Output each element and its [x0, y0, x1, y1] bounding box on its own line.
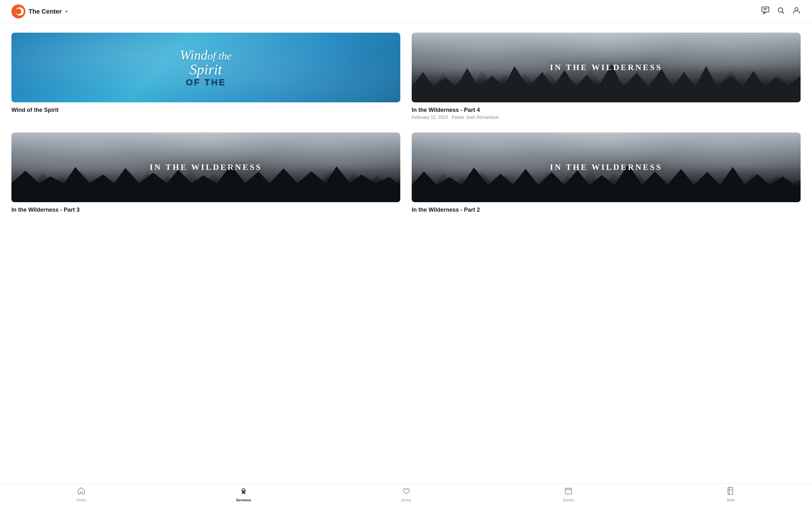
card-title-wilderness-2: In the Wilderness - Part 2: [412, 207, 801, 213]
account-icon[interactable]: [792, 6, 801, 16]
card-wilderness-2[interactable]: IN THE WILDERNESS In the Wilderness - Pa…: [412, 132, 801, 215]
nav-item-bible[interactable]: Bible: [721, 487, 740, 502]
card-thumbnail-wilderness-4: IN THE WILDERNESS: [412, 33, 801, 102]
cards-grid: Windof the Spirit OF THE Wind of the Spi…: [11, 33, 801, 215]
wind-thumbnail-text: Windof the Spirit OF THE: [180, 47, 232, 88]
nav-label-events: Events: [563, 498, 574, 502]
card-wilderness-4[interactable]: IN THE WILDERNESS In the Wilderness - Pa…: [412, 33, 801, 120]
giving-icon: [402, 487, 410, 497]
search-icon[interactable]: [777, 7, 785, 16]
events-icon: [564, 487, 572, 497]
nav-item-sermons[interactable]: Sermons: [234, 487, 253, 502]
header-left: The Center ▾: [11, 4, 67, 18]
card-thumbnail-wind: Windof the Spirit OF THE: [11, 33, 400, 102]
chat-icon[interactable]: [761, 6, 769, 16]
svg-point-2: [15, 9, 21, 14]
nav-label-giving: Giving: [401, 498, 411, 502]
svg-point-12: [242, 489, 245, 491]
main-content: Windof the Spirit OF THE Wind of the Spi…: [0, 23, 812, 246]
svg-point-8: [795, 8, 798, 11]
chevron-down-icon[interactable]: ▾: [65, 9, 67, 14]
svg-point-6: [778, 8, 783, 12]
app-logo[interactable]: [11, 4, 26, 18]
nav-item-home[interactable]: Home: [72, 487, 91, 502]
card-wilderness-3[interactable]: IN THE WILDERNESS In the Wilderness - Pa…: [11, 132, 400, 215]
wilderness-3-text: IN THE WILDERNESS: [150, 163, 262, 172]
app-title: The Center: [29, 8, 61, 15]
svg-rect-14: [565, 488, 571, 494]
card-title-wind: Wind of the Spirit: [11, 107, 400, 113]
svg-rect-18: [728, 487, 733, 494]
card-title-wilderness-4: In the Wilderness - Part 4: [412, 107, 801, 113]
svg-line-7: [782, 12, 784, 14]
nav-label-bible: Bible: [727, 498, 734, 502]
home-icon: [77, 487, 85, 497]
card-meta-wilderness-4: February 12, 2023 · Pastor Josh Richards…: [412, 115, 801, 120]
nav-label-sermons: Sermons: [236, 498, 251, 502]
nav-label-home: Home: [77, 498, 86, 502]
sermons-icon: [240, 487, 248, 497]
card-thumbnail-wilderness-2: IN THE WILDERNESS: [412, 132, 801, 202]
card-wind-of-the-spirit[interactable]: Windof the Spirit OF THE Wind of the Spi…: [11, 33, 400, 120]
bible-icon: [727, 487, 735, 497]
card-thumbnail-wilderness-3: IN THE WILDERNESS: [11, 132, 400, 202]
svg-rect-13: [242, 493, 245, 493]
nav-item-giving[interactable]: Giving: [397, 487, 415, 502]
bottom-nav: Home Sermons Giving: [0, 483, 812, 507]
header-right: [761, 6, 801, 16]
nav-item-events[interactable]: Events: [559, 487, 578, 502]
card-title-wilderness-3: In the Wilderness - Part 3: [11, 207, 400, 213]
wilderness-2-text: IN THE WILDERNESS: [550, 163, 662, 172]
app-header: The Center ▾: [0, 0, 812, 23]
wilderness-4-text: IN THE WILDERNESS: [550, 63, 662, 72]
